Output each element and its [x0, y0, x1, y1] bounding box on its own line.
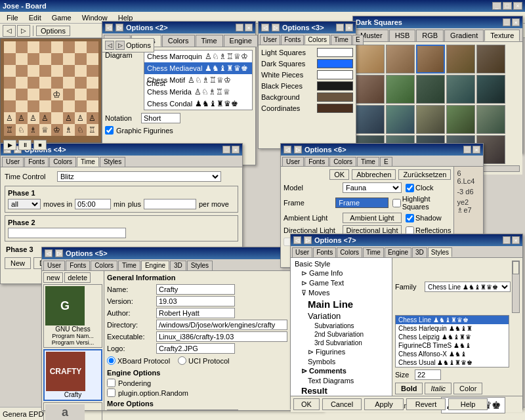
tab-texture[interactable]: Texture [484, 30, 520, 41]
opt6-abbrechen-btn[interactable]: Abbrechen [352, 169, 396, 180]
opt2-tab-engine[interactable]: Engine [224, 35, 258, 47]
tree-3rd-subvariation[interactable]: 3rd Subvariation [292, 339, 390, 347]
opt5-tab-engine[interactable]: Engine [141, 261, 169, 270]
opt4-minimize-btn[interactable]: _ [222, 146, 230, 154]
tree-moves[interactable]: ⊽ Moves [292, 288, 390, 298]
opt3-tab-e[interactable]: E [352, 35, 364, 45]
engine-exec-input[interactable] [156, 331, 287, 342]
dark-squares-color[interactable] [317, 59, 353, 68]
uci-protocol-radio[interactable] [178, 356, 186, 365]
size-input[interactable] [415, 369, 441, 380]
menu-game[interactable]: Game [48, 13, 75, 22]
opt7-tab-3d[interactable]: 3D [412, 247, 427, 257]
opt7-tab-time[interactable]: Time [363, 247, 384, 257]
opt6-minimize-btn[interactable]: _ [463, 146, 471, 154]
opt6-tab-user[interactable]: User [282, 157, 304, 166]
opt4-tab-user[interactable]: User [2, 157, 24, 167]
opt2-nav-right[interactable]: ▷ [116, 24, 123, 32]
opt3-close-btn[interactable]: × [345, 24, 353, 32]
graphic-figurines-check[interactable] [105, 126, 114, 135]
phase1-time-input[interactable] [75, 199, 111, 209]
graphic-figurines-checkbox[interactable]: Graphic Figurines [105, 126, 253, 135]
bold-btn[interactable]: Bold [395, 383, 423, 394]
opt7-tab-colors[interactable]: Colors [337, 247, 362, 257]
opt4-tab-styles[interactable]: Styles [100, 157, 125, 167]
opt7-tab-user[interactable]: User [292, 247, 312, 257]
opt7-tab-engine[interactable]: Engine [385, 247, 411, 257]
texture-4[interactable] [476, 45, 505, 74]
family-item-harlequin[interactable]: Chess Harlequin ♟♞♝♜ [396, 324, 509, 333]
ds-minimize-btn[interactable]: _ [503, 18, 511, 26]
tree-symbols[interactable]: Symbols [292, 357, 390, 366]
opt3-tab-fonts[interactable]: Fonts [281, 35, 304, 45]
engine-author-input[interactable] [156, 308, 235, 318]
opt5-tab-colors[interactable]: Colors [91, 261, 117, 270]
light-squares-color[interactable] [317, 48, 353, 57]
shadow-checkbox[interactable]: Shadow [406, 214, 442, 222]
coordinates-color[interactable] [317, 104, 353, 113]
opt5-tab-fonts[interactable]: Fonts [66, 261, 90, 270]
opt7-minimize-btn[interactable]: _ [503, 236, 511, 244]
xboard-protocol-radio[interactable] [107, 356, 116, 365]
opt7-revert-btn[interactable]: Revert [406, 398, 446, 410]
tab-gradient[interactable]: Gradient [444, 30, 484, 41]
tree-subvariations[interactable]: Subvariations [292, 322, 390, 330]
chess-row-merida[interactable]: Chess Merida ♙♘♗♖♕ [144, 86, 252, 98]
model-select[interactable]: Fauna [343, 182, 402, 193]
play-btn[interactable]: ▶ [3, 140, 16, 150]
more-options-input[interactable] [107, 410, 238, 410]
opt3-minimize-btn[interactable]: _ [336, 24, 344, 32]
close-btn[interactable]: × [513, 2, 522, 10]
color-btn[interactable]: Color [453, 383, 482, 394]
phase2-field[interactable] [8, 228, 126, 238]
tab-hsb[interactable]: HSB [389, 30, 416, 41]
toolbar-options-btn[interactable]: Options [36, 26, 70, 36]
white-pieces-color[interactable] [317, 70, 353, 79]
opt5-tab-3d[interactable]: 3D [170, 261, 186, 270]
italic-btn[interactable]: Italic [425, 383, 452, 394]
tree-main-line[interactable]: Main Line [292, 298, 390, 310]
opt7-cancel-btn[interactable]: Cancel [322, 398, 362, 410]
stop-btn[interactable]: ■ [33, 140, 47, 150]
family-select[interactable]: Chess Line ♟♞♝♜♛♚ Chess Harlequin Chess … [425, 282, 511, 292]
ds-close-btn[interactable]: × [512, 18, 520, 26]
opt7-tab-fonts[interactable]: Fonts [313, 247, 336, 257]
opt2-minimize-btn[interactable]: _ [236, 24, 243, 32]
minimize-btn[interactable]: _ [492, 2, 501, 10]
frame-dropdown[interactable]: Frame [335, 198, 388, 208]
tree-game-text[interactable]: ⊳ Game Text [292, 278, 390, 288]
opt5-tab-styles[interactable]: Styles [187, 261, 213, 270]
highlight-checkbox[interactable]: Highlight Squares [392, 195, 452, 211]
tree-2nd-subvariation[interactable]: 2nd Subvariation [292, 330, 390, 339]
texture-1[interactable] [386, 45, 415, 74]
opt2-nav-left[interactable]: ◁ [105, 24, 113, 32]
opt5-tab-time[interactable]: Time [118, 261, 140, 270]
texture-0[interactable] [356, 45, 385, 74]
engine-logo-input[interactable] [156, 343, 235, 354]
opt3-tab-user[interactable]: User [260, 35, 280, 45]
opt3-tab-time[interactable]: Time [331, 35, 352, 45]
opt7-nav-left[interactable]: ◁ [293, 236, 301, 244]
phase1-plus-input[interactable] [144, 199, 196, 209]
opt4-tab-colors[interactable]: Colors [49, 157, 76, 167]
tree-result[interactable]: Result [292, 385, 390, 396]
texture-11[interactable] [386, 105, 415, 134]
new-button[interactable]: New [5, 257, 31, 269]
xboard-protocol-label[interactable]: XBoard Protocol [107, 356, 170, 365]
opt2-close-btn[interactable]: × [245, 24, 253, 32]
time-control-select[interactable]: Blitz Classical Rapid [57, 171, 221, 182]
tree-basic-style[interactable]: Basic Style [292, 259, 390, 268]
toolbar-btn2[interactable]: ▷ [17, 25, 30, 37]
plugin-random-check[interactable] [107, 388, 116, 397]
engine-gnu-item[interactable]: G GNU Chess Program Nam... Program Versi… [43, 284, 102, 348]
chess-row-condal[interactable]: Chess Condal ♟♞♝♜♛♚ [144, 98, 252, 110]
tree-game-info[interactable]: ⊳ Game Info [292, 268, 390, 278]
family-item-chess-line[interactable]: Chess Line ♟♞♝♜♛♚ [396, 316, 509, 324]
family-scrollbar[interactable] [512, 261, 520, 313]
texture-6[interactable] [386, 75, 415, 104]
opt7-ok-btn[interactable]: OK [293, 398, 320, 410]
texture-5[interactable] [356, 75, 385, 104]
family-item-alfonso[interactable]: Chess Alfonso-X ♟♞♝ [396, 350, 509, 358]
ambient-button[interactable]: Ambient Light [343, 213, 402, 223]
family-item-leipzig[interactable]: Chess Leipzig ♟♞♝♜♛ [396, 333, 509, 341]
